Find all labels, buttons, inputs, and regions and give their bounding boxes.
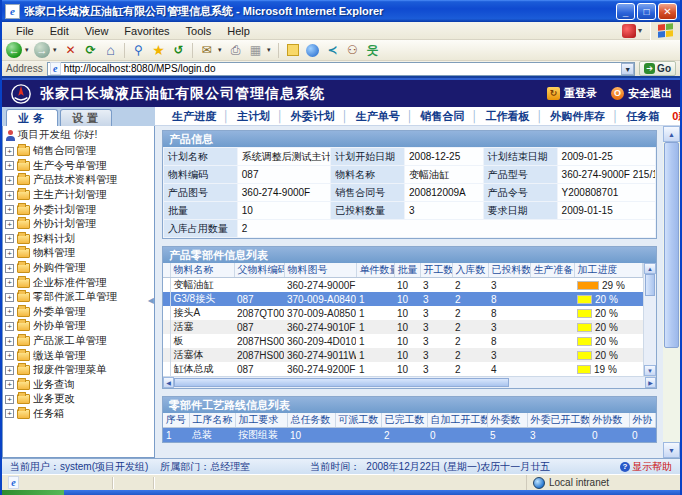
expand-plus-icon[interactable]: + — [5, 234, 14, 243]
expand-plus-icon[interactable]: + — [5, 409, 14, 418]
search-icon[interactable]: ⚲ — [130, 42, 147, 59]
table-row[interactable]: 活塞087360-274-9010F11032320 % — [163, 320, 643, 334]
back-dropdown-icon[interactable]: ▾ — [25, 46, 31, 54]
tab-settings[interactable]: 设置 — [60, 109, 112, 126]
nav-item-2[interactable]: 主计划 — [230, 109, 277, 124]
sidebar-item-11[interactable]: +零部件派工单管理 — [3, 290, 154, 305]
expand-plus-icon[interactable]: + — [5, 366, 14, 375]
expand-plus-icon[interactable]: + — [5, 205, 14, 214]
scroll-thumb[interactable] — [174, 378, 509, 387]
research-icon[interactable]: ⚇ — [344, 42, 361, 59]
scroll-left-icon[interactable]: ◀ — [163, 377, 174, 388]
expand-plus-icon[interactable]: + — [5, 278, 14, 287]
expand-plus-icon[interactable]: + — [5, 191, 14, 200]
sidebar-item-3[interactable]: +产品技术资料管理 — [3, 173, 154, 188]
expand-plus-icon[interactable]: + — [5, 264, 14, 273]
sidebar-item-14[interactable]: +产品派工单管理 — [3, 334, 154, 349]
refresh-button[interactable]: ⟳ — [82, 42, 99, 59]
swoosh-icon[interactable]: ≺ — [324, 42, 341, 59]
sidebar-item-7[interactable]: +投料计划 — [3, 232, 154, 247]
table-row[interactable]: 接头A2087QT002370-009-A085011032820 % — [163, 306, 643, 320]
expand-plus-icon[interactable]: + — [5, 351, 14, 360]
sidebar-item-17[interactable]: +业务查询 — [3, 378, 154, 393]
menu-tools[interactable]: Tools — [178, 25, 220, 37]
nav-item-1[interactable]: 生产进度 — [165, 109, 223, 124]
sidebar-item-2[interactable]: +生产令号单管理 — [3, 159, 154, 174]
logout-button[interactable]: O 安全退出 — [611, 86, 672, 101]
mail-dropdown-icon[interactable]: ▾ — [218, 46, 224, 54]
menu-favorites[interactable]: Favorites — [116, 25, 177, 37]
minimize-button[interactable]: _ — [616, 3, 635, 20]
nav-item-8[interactable]: 任务箱 — [619, 109, 666, 124]
scroll-up-icon[interactable]: ▲ — [663, 126, 680, 142]
favorites-star-icon[interactable]: ★ — [150, 42, 167, 59]
menu-help[interactable]: Help — [219, 25, 258, 37]
forward-button[interactable]: → — [34, 42, 50, 58]
back-button[interactable]: ← — [6, 42, 22, 58]
expand-plus-icon[interactable]: + — [5, 395, 14, 404]
nav-item-5[interactable]: 销售合同 — [414, 109, 472, 124]
sidebar-item-1[interactable]: +销售合同管理 — [3, 144, 154, 159]
sidebar-item-4[interactable]: +主生产计划管理 — [3, 188, 154, 203]
close-button[interactable]: ✕ — [658, 3, 677, 20]
show-help-link[interactable]: ? 显示帮助 — [620, 460, 672, 474]
sidebar-item-15[interactable]: +缴送单管理 — [3, 348, 154, 363]
scroll-thumb[interactable] — [645, 274, 655, 296]
mail-icon[interactable]: ✉ — [198, 42, 215, 59]
expand-plus-icon[interactable]: + — [5, 337, 14, 346]
table-row[interactable]: 变幅油缸360-274-9000F1032329 % — [163, 278, 643, 293]
table-row[interactable]: 活塞体2087HS002360-274-9011W11032320 % — [163, 348, 643, 362]
nav-item-4[interactable]: 生产单号 — [349, 109, 407, 124]
sidebar-item-6[interactable]: +外协计划管理 — [3, 217, 154, 232]
sidebar-item-8[interactable]: +物料管理 — [3, 246, 154, 261]
sidebar-item-10[interactable]: +企业标准件管理 — [3, 275, 154, 290]
stop-button[interactable]: ✕ — [62, 42, 79, 59]
expand-plus-icon[interactable]: + — [5, 220, 14, 229]
expand-plus-icon[interactable]: + — [5, 322, 14, 331]
tab-business[interactable]: 业务 — [6, 109, 58, 126]
menu-file[interactable]: File — [8, 25, 42, 37]
sidebar-item-16[interactable]: +报废件管理菜单 — [3, 363, 154, 378]
expand-plus-icon[interactable]: + — [5, 176, 14, 185]
edit-icon[interactable]: ▦ — [247, 42, 264, 59]
forward-dropdown-icon[interactable]: ▾ — [53, 46, 59, 54]
table-row[interactable]: 缸体总成087360-274-9200F11032419 % — [163, 362, 643, 376]
expand-plus-icon[interactable]: + — [5, 307, 14, 316]
msn-buddy-icon[interactable]: 웃 — [364, 42, 381, 59]
go-button[interactable]: ➔ Go — [639, 61, 676, 76]
menu-view[interactable]: View — [77, 25, 117, 37]
addon-caret-icon[interactable]: ▾ — [638, 26, 642, 35]
sidebar-item-19[interactable]: +任务箱 — [3, 407, 154, 422]
address-dropdown-icon[interactable]: ▼ — [621, 63, 634, 75]
windows-taskbar[interactable] — [2, 490, 680, 495]
history-icon[interactable]: ↺ — [170, 42, 187, 59]
nav-item-6[interactable]: 工作看板 — [478, 109, 536, 124]
scroll-thumb[interactable] — [664, 142, 679, 348]
table-row[interactable]: 板2087HS002360-209-4D01011032820 % — [163, 334, 643, 348]
addon-icon[interactable] — [622, 24, 636, 38]
notes-icon[interactable] — [284, 42, 301, 59]
menu-edit[interactable]: Edit — [42, 25, 77, 37]
sidebar-item-9[interactable]: +外购件管理 — [3, 261, 154, 276]
scroll-down-icon[interactable]: ▼ — [644, 365, 656, 376]
sidebar-item-5[interactable]: +外委计划管理 — [3, 202, 154, 217]
expand-plus-icon[interactable]: + — [5, 161, 14, 170]
nav-item-3[interactable]: 外委计划 — [284, 109, 342, 124]
scroll-down-icon[interactable]: ▼ — [663, 442, 680, 458]
start-button[interactable] — [2, 490, 64, 495]
relogin-button[interactable]: ↻ 重登录 — [547, 86, 597, 101]
expand-plus-icon[interactable]: + — [5, 249, 14, 258]
sidebar-item-18[interactable]: +业务更改 — [3, 392, 154, 407]
sidebar-item-12[interactable]: +外委单管理 — [3, 305, 154, 320]
address-input[interactable]: e http://localhost:8080/MPS/login.do ▼ — [47, 62, 635, 76]
print-icon[interactable]: ⎙ — [227, 42, 244, 59]
expand-plus-icon[interactable]: + — [5, 380, 14, 389]
home-button[interactable]: ⌂ — [102, 42, 119, 59]
parts-vertical-scrollbar[interactable]: ▲ ▼ — [643, 263, 656, 376]
messenger-globe-icon[interactable] — [304, 42, 321, 59]
scroll-up-icon[interactable]: ▲ — [644, 263, 656, 274]
table-row[interactable]: G3/8接头087370-009-A084011032820 % — [163, 292, 643, 306]
sidebar-collapse-handle[interactable]: ◀ — [148, 296, 154, 305]
nav-item-7[interactable]: 外购件库存 — [543, 109, 612, 124]
scroll-right-icon[interactable]: ▶ — [645, 377, 656, 388]
